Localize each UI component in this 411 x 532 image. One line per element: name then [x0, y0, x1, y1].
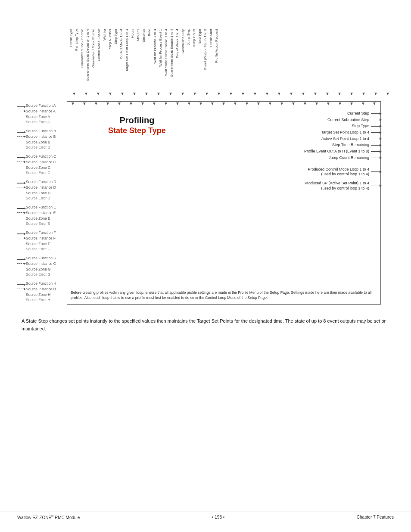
source-arrows-F: [17, 230, 25, 238]
rotated-label: Hours: [130, 28, 135, 93]
solid-arrow-H: [17, 284, 24, 285]
down-arrow-cell: [140, 93, 153, 101]
source-arrows-B: [17, 128, 25, 137]
box-top-arrow-cell: [288, 102, 299, 109]
box-top-arrow-cell: [230, 102, 241, 109]
down-arrow-cell: [201, 93, 213, 101]
box-top-arrow-tri: [130, 103, 132, 105]
source-texts-A: Source Function ASource Instance ASource…: [25, 103, 67, 125]
rotated-label: Guaranteed Soak Enable: [79, 28, 85, 93]
output-arrow: [371, 145, 380, 146]
down-arrow-cell: [309, 93, 321, 101]
down-arrow-cell: [333, 93, 346, 101]
rotated-label: Jump Count: [191, 28, 197, 93]
output-arrow: [371, 139, 380, 140]
rotated-label: Control Mode 1 to 4: [118, 28, 124, 93]
box-top-arrow-tri: [304, 103, 306, 105]
source-line-D-1: Source Instance D: [26, 185, 67, 190]
box-left-panel: Profiling State Step Type: [67, 109, 205, 284]
source-texts-E: Source Function ESource Instance ESource…: [25, 205, 67, 227]
box-top-arrow-tri: [188, 103, 190, 105]
source-line-H-2: Source Zone H: [26, 292, 67, 298]
down-arrow-cell: [321, 93, 333, 101]
down-arrow-cell: [189, 93, 201, 101]
down-arrow-cell: [237, 93, 249, 101]
source-group-A: Source Function ASource Instance ASource…: [17, 101, 67, 127]
down-arrow-triangle: [121, 93, 124, 95]
down-arrow-triangle: [242, 93, 244, 95]
box-right-panel: Current StepCurrent Subroutine StepStep …: [205, 109, 380, 284]
dashed-arrow-G: [17, 263, 24, 264]
source-texts-C: Source Function CSource Instance CSource…: [25, 154, 67, 176]
output-label: Jump Count Remaining: [207, 156, 371, 161]
box-top-arrow-tri: [95, 103, 97, 105]
output-row: Produced SP (Active Set Point) 1 to 4(us…: [207, 180, 380, 191]
rotated-label: End Type: [197, 28, 202, 93]
box-top-arrow-cell: [148, 102, 160, 109]
box-top-arrow-tri: [339, 103, 341, 105]
output-arrow: [371, 151, 380, 152]
box-top-arrow-tri: [153, 103, 156, 105]
down-arrow-triangle: [374, 93, 377, 95]
source-texts-B: Source Function BSource Instance BSource…: [25, 128, 67, 150]
source-arrows-C: [17, 154, 25, 162]
box-top-arrow-tri: [269, 103, 271, 105]
source-line-A-2: Source Zone A: [26, 114, 67, 120]
down-arrow-cell: [225, 93, 237, 101]
rotated-label: Guaranteed Soak Enable 1 to 4: [169, 28, 174, 93]
rotated-label: Event (Output State) 1 to 8: [202, 28, 208, 93]
down-arrow-cell: [273, 93, 285, 101]
down-arrow-cell: [382, 93, 394, 101]
footer: Watlow EZ-ZONE® RMC Module • 198 • Chapt…: [0, 511, 411, 523]
box-top-arrow-cell: [334, 102, 346, 109]
rotated-label: Target Set Point Loop 1 to 4: [124, 28, 130, 93]
source-line-E-3: Source Error E: [26, 221, 67, 227]
output-label: Step Type: [207, 124, 371, 129]
rotated-label: Wait State Event Enable 1 to 4: [163, 28, 169, 93]
down-arrow-triangle: [290, 93, 293, 95]
rotated-label: Day of Week 1 to 4: [174, 28, 180, 93]
solid-arrow-F: [17, 233, 24, 234]
box-top-arrow-tri: [292, 103, 295, 105]
box-top-arrow-cell: [125, 102, 137, 109]
rotated-label: Jump Step: [186, 28, 191, 93]
box-top-arrow-cell: [171, 102, 183, 109]
output-arrow: [371, 186, 380, 187]
down-arrow-cell: [165, 93, 177, 101]
footer-right: Chapter 7 Features: [357, 515, 394, 520]
rotated-label: Guaranteed Soak Enable: [90, 28, 96, 93]
inputs-column: Source Function ASource Instance ASource…: [17, 101, 67, 305]
box-top-arrow-cell: [265, 102, 276, 109]
box-top-arrow-tri: [211, 103, 214, 105]
box-top-arrow-cell: [346, 102, 357, 109]
box-top-arrow-cell: [218, 102, 230, 109]
rotated-label: Subroutine Stop: [180, 28, 186, 93]
output-row: Current Subroutine Step: [207, 117, 380, 123]
source-group-C: Source Function CSource Instance CSource…: [17, 152, 67, 177]
down-arrow-triangle: [362, 93, 365, 95]
rotated-label: Step Type: [113, 28, 118, 93]
source-arrows-D: [17, 179, 25, 187]
box-top-arrow-cell: [90, 102, 102, 109]
box-top-arrow-tri: [373, 103, 376, 105]
down-arrow-cell: [297, 93, 309, 101]
source-line-G-3: Source Error G: [26, 272, 67, 277]
source-arrows-H: [17, 281, 25, 289]
source-line-A-0: Source Function A: [26, 103, 67, 109]
output-label: Current Step: [207, 111, 371, 116]
box-top-arrow-tri: [72, 103, 74, 105]
box-top-arrow-tri: [280, 103, 283, 105]
box-top-arrow-cell: [322, 102, 334, 109]
source-arrows-G: [17, 255, 25, 264]
box-top-arrow-cell: [253, 102, 265, 109]
rotated-label: Control Mode Enable: [96, 28, 102, 93]
source-line-B-0: Source Function B: [26, 128, 67, 134]
down-arrow-triangle: [206, 93, 208, 95]
solid-arrow-A: [17, 106, 24, 107]
rotated-labels-area: Profile TypeRamping TypeGuaranteed Soak …: [17, 13, 394, 93]
source-line-B-2: Source Zone B: [26, 140, 67, 145]
box-top-arrow-cell: [206, 102, 218, 109]
output-label: Current Subroutine Step: [207, 118, 371, 123]
source-line-H-1: Source Instance H: [26, 286, 67, 292]
rotated-label: Guaranteed Soak Deviation 1 to 4: [85, 28, 90, 93]
